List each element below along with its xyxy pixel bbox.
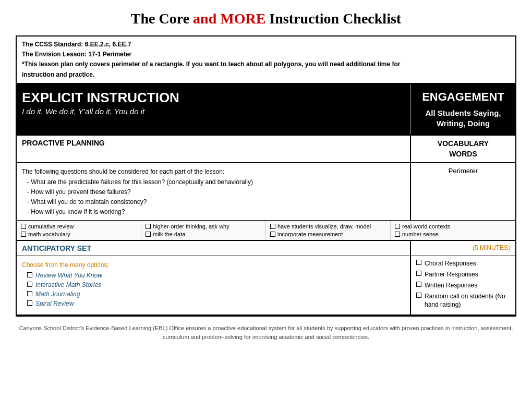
- checkbox-number-sense[interactable]: number sense: [395, 231, 511, 237]
- anticipatory-content-row: Choose from the many options: Review Wha…: [17, 256, 515, 316]
- checkbox-label: cumulative review: [28, 223, 74, 229]
- title-prefix: The Core: [131, 10, 193, 27]
- checkbox-icon[interactable]: [21, 232, 26, 237]
- proactive-item-3: What will you do to maintain consistency…: [27, 197, 405, 207]
- checkbox-icon[interactable]: [395, 224, 400, 229]
- checkbox-real-world[interactable]: real-world contexts: [395, 223, 511, 229]
- checkbox-icon[interactable]: [395, 232, 400, 237]
- lesson-line: The Envision Lesson: 17-1 Perimeter: [22, 50, 510, 59]
- choose-text: Choose from the many options:: [22, 261, 405, 269]
- anticipatory-header-row: ANTICIPATORY SET (5 MINUTES): [17, 241, 515, 256]
- proactive-header-left: PROACTIVE PLANNING: [17, 136, 411, 162]
- anticipatory-time: (5 MINUTES): [416, 244, 510, 251]
- explicit-instruction-block: EXPLICIT INSTRUCTION I do it, We do it, …: [17, 84, 411, 135]
- engagement-subtitle: All Students Saying, Writing, Doing: [416, 108, 510, 128]
- response-label: Choral Responses: [425, 259, 476, 268]
- checkbox-col-2: higher-order thinking, ask why milk the …: [141, 221, 266, 240]
- explicit-instruction-title: EXPLICIT INSTRUCTION: [22, 90, 405, 105]
- response-partner: Partner Responses: [416, 270, 510, 279]
- checkbox-icon[interactable]: [270, 224, 275, 229]
- checkbox-cumulative-review[interactable]: cumulative review: [21, 223, 137, 229]
- checkbox-col-1: cumulative review math vocabulary: [17, 221, 141, 240]
- engagement-block: ENGAGEMENT All Students Saying, Writing,…: [411, 84, 515, 135]
- proactive-item-2: How will you prevent these failures?: [27, 187, 405, 197]
- checkbox-row: cumulative review math vocabulary higher…: [17, 221, 515, 241]
- proactive-content-left: The following questions should be consid…: [17, 163, 411, 220]
- option-label: Interactive Math Stories: [35, 281, 101, 288]
- anticipatory-header-label: ANTICIPATORY SET: [22, 244, 405, 252]
- checkbox-label: number sense: [402, 231, 439, 237]
- checkbox-label: math vocabulary: [28, 231, 70, 237]
- checkbox-col-3: have students visualize, draw, model inc…: [266, 221, 391, 240]
- option-journaling: Math Journaling: [27, 291, 405, 298]
- response-checkbox-icon[interactable]: [416, 271, 421, 276]
- response-checkbox-icon[interactable]: [416, 260, 421, 265]
- response-written: Written Responses: [416, 281, 510, 290]
- checkbox-label: milk the data: [153, 231, 185, 237]
- response-label: Partner Responses: [425, 270, 478, 279]
- response-label: Written Responses: [425, 281, 477, 290]
- proactive-content-row: The following questions should be consid…: [17, 163, 515, 221]
- checkbox-icon[interactable]: [146, 232, 151, 237]
- checkbox-label: higher-order thinking, ask why: [153, 223, 229, 229]
- checkbox-measurement[interactable]: incorporate measurement: [270, 231, 386, 237]
- proactive-item-1: What are the predictable failures for th…: [27, 177, 405, 187]
- checkbox-icon[interactable]: [146, 224, 151, 229]
- vocab-header-block: VOCABULARYWORDS: [411, 136, 515, 162]
- header-info: The CCSS Standard: 6.EE.2.c, 6.EE.7 The …: [17, 37, 515, 84]
- proactive-header-label: PROACTIVE PLANNING: [22, 139, 405, 147]
- response-random-call: Random call on students (No hand raising…: [416, 292, 510, 310]
- title-highlight: and MORE: [193, 10, 265, 27]
- note-line: *This lesson plan only covers perimeter …: [22, 59, 510, 79]
- footer: Canyons School District’s Evidence-Based…: [16, 324, 516, 341]
- checkbox-milk-data[interactable]: milk the data: [146, 231, 261, 237]
- vocab-word: Perimeter: [416, 167, 510, 175]
- anticipatory-header-left: ANTICIPATORY SET: [17, 241, 411, 256]
- checkbox-higher-order[interactable]: higher-order thinking, ask why: [146, 223, 261, 229]
- checkbox-icon[interactable]: [21, 224, 26, 229]
- title-suffix: Instruction Checklist: [265, 10, 401, 27]
- response-checkbox-icon[interactable]: [416, 293, 421, 298]
- black-header-row: EXPLICIT INSTRUCTION I do it, We do it, …: [17, 84, 515, 136]
- option-checkbox-icon[interactable]: [27, 300, 32, 306]
- option-label: Math Journaling: [35, 291, 80, 298]
- vocab-content-block: Perimeter: [411, 163, 515, 220]
- options-list: Review What You Know Interactive Math St…: [22, 272, 405, 307]
- option-checkbox-icon[interactable]: [27, 282, 32, 287]
- option-checkbox-icon[interactable]: [27, 291, 32, 296]
- standard-line: The CCSS Standard: 6.EE.2.c, 6.EE.7: [22, 40, 510, 50]
- engagement-title: ENGAGEMENT: [416, 90, 510, 104]
- responses-block: Choral Responses Partner Responses Writt…: [411, 256, 515, 315]
- main-table: The CCSS Standard: 6.EE.2.c, 6.EE.7 The …: [16, 35, 516, 317]
- vocab-header-label: VOCABULARYWORDS: [416, 139, 510, 159]
- anticipatory-header-right: (5 MINUTES): [411, 241, 515, 256]
- option-checkbox-icon[interactable]: [27, 272, 32, 277]
- proactive-intro: The following questions should be consid…: [22, 167, 405, 217]
- response-checkbox-icon[interactable]: [416, 282, 421, 287]
- option-label: Spiral Review: [35, 300, 74, 307]
- checkbox-col-4: real-world contexts number sense: [391, 221, 515, 240]
- option-spiral: Spiral Review: [27, 300, 405, 307]
- checkbox-math-vocab[interactable]: math vocabulary: [21, 231, 137, 237]
- proactive-list: What are the predictable failures for th…: [22, 177, 405, 217]
- option-stories: Interactive Math Stories: [27, 281, 405, 288]
- option-review: Review What You Know: [27, 272, 405, 279]
- checkbox-label: have students visualize, draw, model: [277, 223, 371, 229]
- checkbox-label: incorporate measurement: [277, 231, 343, 237]
- proactive-item-4: How will you know if it is working?: [27, 207, 405, 217]
- anticipatory-options-block: Choose from the many options: Review Wha…: [17, 256, 411, 315]
- option-label: Review What You Know: [35, 272, 102, 279]
- proactive-header-row: PROACTIVE PLANNING VOCABULARYWORDS: [17, 136, 515, 163]
- response-label: Random call on students (No hand raising…: [425, 292, 510, 310]
- explicit-instruction-subtitle: I do it, We do it, Y’all do it, You do i…: [22, 107, 405, 116]
- response-choral: Choral Responses: [416, 259, 510, 268]
- checkbox-visualize[interactable]: have students visualize, draw, model: [270, 223, 386, 229]
- main-title: The Core and MORE Instruction Checklist: [16, 10, 516, 27]
- checkbox-label: real-world contexts: [402, 223, 450, 229]
- page: The Core and MORE Instruction Checklist …: [16, 10, 516, 341]
- checkbox-icon[interactable]: [270, 232, 275, 237]
